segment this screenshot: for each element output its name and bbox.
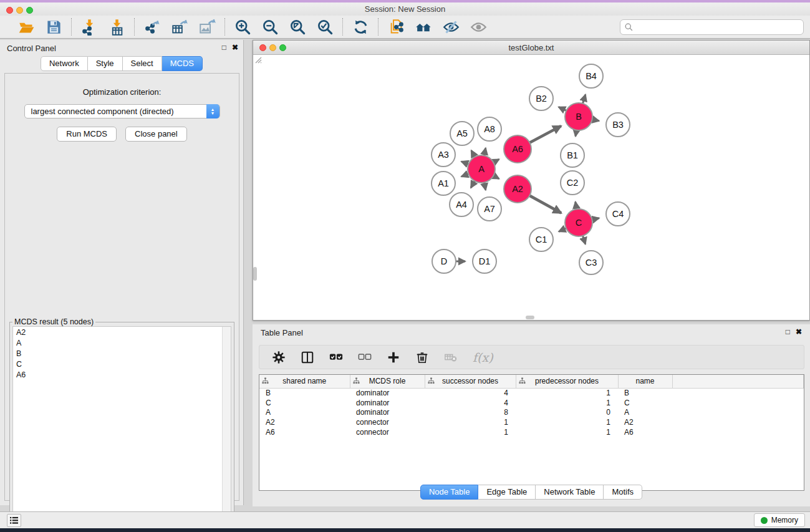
memory-button[interactable]: Memory	[754, 513, 805, 527]
table-cell[interactable]: A2	[618, 417, 672, 427]
table-cell[interactable]: C	[259, 398, 350, 408]
hide-panel-button[interactable]	[441, 17, 460, 36]
graph-node-B1[interactable]: B1	[561, 143, 584, 167]
result-item[interactable]: C	[13, 359, 231, 369]
search-box[interactable]	[620, 19, 804, 35]
open-session-button[interactable]	[17, 17, 36, 36]
edge-A2-C[interactable]	[529, 196, 561, 213]
tab-motifs[interactable]: Motifs	[604, 485, 642, 500]
table-cell[interactable]: A6	[618, 427, 672, 437]
edge-C-C1[interactable]	[559, 228, 566, 231]
network-window-titlebar[interactable]: testGlobe.txt	[253, 41, 809, 55]
zoom-fit-button[interactable]	[288, 17, 307, 36]
select-all-columns-button[interactable]	[329, 351, 343, 364]
graph-node-A8[interactable]: A8	[478, 117, 501, 141]
graph-node-C1[interactable]: C1	[529, 228, 553, 251]
tab-network[interactable]: Network	[41, 56, 88, 71]
graph-node-A7[interactable]: A7	[478, 197, 501, 221]
table-cell[interactable]: A2	[259, 417, 350, 427]
tab-mcds[interactable]: MCDS	[162, 56, 203, 71]
table-cell[interactable]: A	[259, 407, 350, 417]
node-table[interactable]: shared name MCDS role successor nodes pr…	[259, 374, 804, 491]
run-mcds-button[interactable]: Run MCDS	[57, 127, 117, 142]
column-header-name[interactable]: name	[618, 375, 672, 388]
graph-node-C4[interactable]: C4	[606, 202, 630, 226]
tab-edge-table[interactable]: Edge Table	[478, 485, 536, 500]
vertical-scrollbar-thumb[interactable]	[253, 267, 257, 281]
result-scrollbar[interactable]	[222, 327, 231, 529]
graph-node-B4[interactable]: B4	[579, 64, 603, 88]
result-item[interactable]: A2	[13, 327, 231, 337]
main-titlebar[interactable]: Session: New Session	[0, 2, 810, 16]
close-panel-icon[interactable]: ✖	[232, 43, 238, 52]
table-cell[interactable]: 8	[425, 407, 516, 417]
table-cell[interactable]: connector	[350, 427, 425, 437]
task-history-button[interactable]	[7, 514, 21, 527]
mcds-result-list[interactable]: A2ABCA6	[12, 326, 231, 530]
table-row[interactable]: Cdominator41C	[259, 398, 804, 408]
split-table-button[interactable]	[301, 351, 314, 364]
edge-A-A2[interactable]	[493, 176, 499, 179]
settings-gear-button[interactable]	[272, 351, 286, 364]
import-network-button[interactable]	[80, 17, 99, 36]
column-header-successor-nodes[interactable]: successor nodes	[425, 375, 516, 388]
graph-node-B3[interactable]: B3	[606, 113, 630, 137]
table-cell[interactable]: 4	[425, 388, 516, 398]
graph-node-D[interactable]: D	[432, 249, 456, 273]
resize-grip-icon[interactable]	[253, 55, 262, 64]
graph-node-B[interactable]: B	[565, 103, 592, 130]
criterion-dropdown[interactable]: largest connected component (directed) ▲…	[24, 104, 220, 118]
refresh-button[interactable]	[351, 17, 370, 36]
export-network-button[interactable]	[143, 17, 162, 36]
result-item[interactable]: A	[13, 337, 231, 348]
export-table-button[interactable]	[170, 17, 189, 36]
float-panel-icon[interactable]: □	[222, 43, 226, 52]
edge-A-A6[interactable]	[493, 159, 499, 162]
column-header-MCDS-role[interactable]: MCDS role	[350, 375, 425, 388]
table-cell[interactable]: dominator	[350, 398, 425, 408]
graph-node-A4[interactable]: A4	[450, 193, 473, 216]
graph-node-A6[interactable]: A6	[504, 135, 531, 163]
table-cell[interactable]: 1	[516, 417, 618, 427]
edge-A-A4[interactable]	[471, 181, 475, 188]
show-panel-button[interactable]	[469, 17, 488, 36]
edge-C-C2[interactable]	[576, 202, 577, 210]
graph-node-B2[interactable]: B2	[529, 87, 553, 110]
home-button[interactable]	[414, 17, 433, 36]
delete-columns-button[interactable]	[415, 351, 429, 364]
graph-node-D1[interactable]: D1	[473, 249, 496, 273]
edge-A-A8[interactable]	[484, 148, 485, 155]
network-graph[interactable]: B4B2BB3A8A5A6A3B1AC2A1A2A4A7C4CC1DD1C3	[253, 55, 809, 320]
table-cell[interactable]: 4	[425, 398, 516, 408]
table-cell[interactable]: 1	[516, 427, 618, 437]
graph-node-A1[interactable]: A1	[432, 172, 455, 195]
graph-node-A2[interactable]: A2	[504, 175, 531, 203]
unselect-all-columns-button[interactable]	[358, 351, 372, 364]
tab-style[interactable]: Style	[88, 56, 123, 71]
edge-B-B1[interactable]	[576, 130, 577, 137]
table-cell[interactable]: connector	[350, 417, 425, 427]
table-cell[interactable]: 1	[516, 398, 618, 408]
table-row[interactable]: A6connector11A6	[259, 427, 804, 437]
import-table-button[interactable]	[107, 17, 126, 36]
tab-node-table[interactable]: Node Table	[420, 485, 479, 500]
add-column-button[interactable]	[387, 351, 400, 364]
zoom-in-button[interactable]	[233, 17, 252, 36]
table-cell[interactable]: A6	[259, 427, 350, 437]
table-row[interactable]: A2connector11A2	[259, 417, 804, 427]
table-cell[interactable]: dominator	[350, 388, 425, 398]
result-item[interactable]: A6	[13, 369, 231, 380]
graph-node-A5[interactable]: A5	[450, 122, 474, 145]
network-canvas[interactable]: B4B2BB3A8A5A6A3B1AC2A1A2A4A7C4CC1DD1C3	[253, 55, 809, 320]
column-header-shared-name[interactable]: shared name	[259, 375, 350, 388]
edge-B-B4[interactable]	[582, 95, 585, 104]
close-table-panel-icon[interactable]: ✖	[796, 327, 802, 336]
horizontal-scrollbar-thumb[interactable]	[526, 316, 534, 319]
edge-A-A1[interactable]	[461, 174, 468, 177]
graph-node-A[interactable]: A	[468, 155, 495, 183]
network-from-file-button[interactable]	[387, 17, 405, 36]
edge-A-A3[interactable]	[461, 162, 468, 164]
result-item[interactable]: B	[13, 348, 231, 359]
graph-node-C2[interactable]: C2	[561, 171, 584, 195]
graph-node-C3[interactable]: C3	[579, 251, 603, 274]
